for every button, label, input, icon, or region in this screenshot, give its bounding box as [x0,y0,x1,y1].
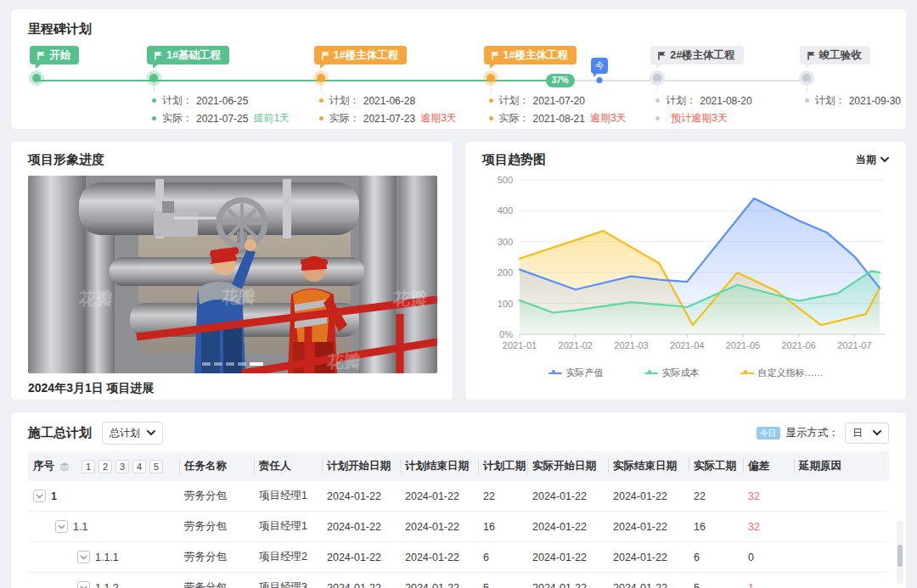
milestone-status: 逾期3天 [420,111,457,126]
today-dot [597,77,603,83]
chevron-down-icon [36,494,43,499]
seq-header-label: 序号 [33,459,54,473]
task-id: 1 [51,490,57,502]
table-scrollbar [897,521,903,584]
milestone-dates: 计划：2021-06-28实际：2021-07-23逾期3天 [319,92,457,127]
layers-icon [59,462,70,472]
svg-text:花瓣: 花瓣 [78,289,113,308]
row-expand-toggle[interactable] [33,490,46,502]
carousel-dot[interactable] [226,362,234,366]
chevron-down-icon [80,555,87,560]
flag-icon [154,51,163,60]
plan-type-value: 总计划 [110,426,140,440]
milestone-label: 2#楼主体工程 [650,46,743,64]
legend-item[interactable]: 实际产值 [549,367,604,379]
legend-marker-icon [740,370,754,377]
table-row: 1.1.1 劳务分包项目经理2 2024-01-222024-01-226 20… [28,542,889,573]
milestone-label: 开始 [30,46,79,64]
period-dropdown-value: 当期 [856,153,876,167]
chart-legend: 实际产值实际成本自定义指标…… [482,367,889,379]
svg-text:2021-04: 2021-04 [670,340,704,350]
milestone-dates: 计划：2021-09-30 [805,92,901,109]
milestone-label: 竣工验收 [800,46,870,64]
row-expand-toggle[interactable] [77,551,90,563]
milestone-date-row: 计划：2021-09-30 [805,92,901,109]
task-id: 1.1.2 [95,582,119,588]
svg-text:2021-07: 2021-07 [837,340,871,350]
column-header: 实际结束日期 [608,451,689,481]
milestone-date-row: 计划：2021-07-20 [489,92,627,109]
carousel-dot[interactable] [238,362,246,366]
carousel-dot[interactable] [250,362,263,366]
column-header: 任务名称 [179,451,254,481]
progress-badge: 37% [546,74,575,87]
column-header: 计划结束日期 [400,451,478,481]
milestone-date-row: 实际：2021-07-23逾期3天 [319,109,457,127]
milestone-dates: 计划：2021-06-25实际：2021-07-25提前1天 [152,92,290,127]
level-button-3[interactable]: 3 [115,460,129,473]
svg-text:花瓣: 花瓣 [221,288,256,306]
legend-item[interactable]: 自定义指标…… [740,367,824,379]
date-dot [319,116,323,120]
svg-text:0%: 0% [499,329,513,339]
svg-text:500: 500 [498,175,513,185]
table-row: 1.1 劳务分包项目经理1 2024-01-222024-01-2216 202… [28,512,889,542]
row-expand-toggle[interactable] [77,581,90,588]
milestone-timeline: 开始1#基础工程计划：2021-06-25实际：2021-07-25提前1天1#… [28,41,889,129]
date-dot [152,116,156,120]
table-scrollbar-thumb[interactable] [897,545,903,567]
level-button-4[interactable]: 4 [132,460,146,473]
milestone-date-row: 计划：2021-08-20 [655,92,751,109]
level-buttons: 12345 [82,460,163,473]
date-dot [489,98,493,103]
photo-progress-panel: 项目形象进度 [10,141,453,400]
table-row: 1.1.2 劳务分包项目经理3 2024-01-222024-01-225 20… [28,573,889,588]
milestone-date-row: 实际：2021-07-25提前1天 [152,109,290,127]
column-header: 责任人 [254,451,322,481]
legend-item[interactable]: 实际成本 [644,367,700,379]
period-dropdown[interactable]: 当期 [856,153,889,167]
photo-panel-title: 项目形象进度 [28,152,436,168]
deviation-value: 1 [748,582,754,588]
display-mode-select[interactable]: 日 [845,423,889,444]
svg-text:花瓣: 花瓣 [326,352,361,371]
flag-icon [657,51,667,60]
svg-text:2021-06: 2021-06 [781,340,815,350]
plan-table-header: 序号12345任务名称责任人计划开始日期计划结束日期计划工期实际开始日期实际结束… [28,451,889,481]
dashboard-page: 里程碑计划 开始1#基础工程计划：2021-06-25实际：2021-07-25… [0,0,917,588]
level-button-2[interactable]: 2 [98,460,112,473]
plan-table: 序号12345任务名称责任人计划开始日期计划结束日期计划工期实际开始日期实际结束… [28,451,889,588]
legend-marker-icon [549,370,562,377]
display-mode-value: 日 [852,426,863,440]
milestone-date-row: 预计逾期3天 [655,109,751,127]
level-button-5[interactable]: 5 [149,460,163,473]
trend-line-chart: 2021-012021-022021-032021-042021-052021-… [482,168,891,361]
svg-text:400: 400 [498,205,513,216]
carousel-dot[interactable] [202,362,211,366]
today-badge[interactable]: 今日 [757,427,780,440]
milestone-dates: 计划：2021-08-20预计逾期3天 [655,92,751,127]
project-photo: 花瓣花瓣花瓣花瓣 [28,176,437,373]
plan-type-select[interactable]: 总计划 [102,422,163,445]
task-id: 1.1.1 [95,552,119,563]
project-photo-illustration: 花瓣花瓣花瓣花瓣 [28,176,437,373]
milestone-status: 提前1天 [253,111,290,126]
svg-text:花瓣: 花瓣 [392,289,427,308]
milestone-status: 逾期3天 [590,111,627,126]
level-button-1[interactable]: 1 [82,460,95,473]
milestone-label: 1#楼主体工程 [484,46,577,64]
milestone-label: 1#楼主体工程 [314,46,407,64]
milestone-date-row: 计划：2021-06-28 [319,92,457,109]
table-row: 1 劳务分包项目经理1 2024-01-222024-01-2222 2024-… [28,481,889,512]
date-dot [152,98,156,103]
deviation-value: 0 [748,552,754,563]
carousel-dot[interactable] [214,362,222,366]
milestone-dates: 计划：2021-07-20实际：2021-08-21逾期3天 [489,92,627,127]
row-expand-toggle[interactable] [55,520,68,533]
date-dot [805,98,809,103]
chevron-down-icon [58,524,65,529]
master-plan-panel: 施工总计划 总计划 今日 显示方式： 日 序号12345任务名称责任人计划开始日… [10,412,907,588]
svg-text:2021-03: 2021-03 [614,340,648,350]
flag-icon [37,51,46,60]
svg-text:100: 100 [498,299,513,309]
